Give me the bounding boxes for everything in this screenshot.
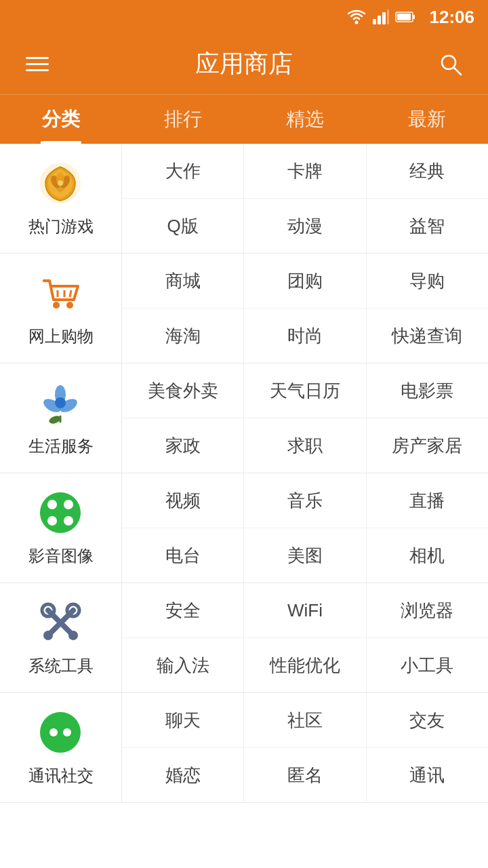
- category-social: 通讯社交 聊天 社区 交友 婚恋 匿名 通讯: [0, 693, 488, 803]
- search-button[interactable]: [434, 52, 468, 77]
- status-icons: 12:06: [347, 7, 475, 28]
- subcategory-row: 大作 卡牌 经典: [122, 144, 488, 199]
- subcategory-xiangji[interactable]: 相机: [367, 528, 488, 583]
- tab-paihang[interactable]: 排行: [122, 95, 244, 144]
- subcategory-kapai[interactable]: 卡牌: [244, 144, 366, 198]
- hamburger-icon: [26, 57, 49, 71]
- subcategory-dazuo[interactable]: 大作: [122, 144, 244, 198]
- subcategory-row: 婚恋 匿名 通讯: [122, 748, 488, 802]
- category-shopping: 网上购物 商城 团购 导购 海淘 时尚 快递查询: [0, 254, 488, 363]
- subcategory-tuangou[interactable]: 团购: [244, 254, 366, 308]
- signal-icon: [373, 9, 389, 24]
- status-bar: 12:06: [0, 0, 488, 34]
- subcategory-shequ[interactable]: 社区: [244, 693, 366, 747]
- svg-point-28: [47, 500, 57, 509]
- subcategory-meishi[interactable]: 美食外卖: [122, 363, 244, 418]
- svg-point-36: [43, 631, 53, 640]
- subcategory-tianqi[interactable]: 天气日历: [244, 363, 366, 418]
- tab-zuixin[interactable]: 最新: [366, 95, 488, 144]
- svg-point-0: [354, 21, 358, 24]
- shopping-label: 网上购物: [28, 326, 94, 347]
- subcategory-jingdian[interactable]: 经典: [367, 144, 488, 198]
- svg-point-30: [47, 516, 57, 526]
- subcategory-row: 输入法 性能优化 小工具: [122, 638, 488, 692]
- tab-jingxuan[interactable]: 精选: [244, 95, 366, 144]
- subcategory-shishang[interactable]: 时尚: [244, 309, 366, 363]
- category-left-system: 系统工具: [0, 583, 122, 692]
- subcategory-qban[interactable]: Q版: [122, 199, 244, 253]
- search-icon: [439, 52, 463, 77]
- subcategory-shangcheng[interactable]: 商城: [122, 254, 244, 308]
- svg-rect-6: [413, 15, 415, 19]
- svg-rect-7: [397, 14, 411, 20]
- subcategory-row: Q版 动漫 益智: [122, 199, 488, 253]
- social-label: 通讯社交: [28, 765, 94, 787]
- svg-point-39: [49, 728, 58, 736]
- category-media: 影音图像 视频 音乐 直播 电台 美图 相机: [0, 473, 488, 583]
- category-life-service: 生活服务 美食外卖 天气日历 电影票 家政 求职 房产家居: [0, 363, 488, 473]
- social-icon: [37, 709, 85, 757]
- subcategory-jiazheng[interactable]: 家政: [122, 418, 244, 473]
- svg-point-8: [442, 56, 455, 69]
- subcategory-dianying[interactable]: 电影票: [367, 363, 488, 418]
- subcategory-yizhi[interactable]: 益智: [367, 199, 488, 253]
- subcategory-liulanqi[interactable]: 浏览器: [367, 583, 488, 637]
- subcategory-xingneng[interactable]: 性能优化: [244, 638, 366, 692]
- svg-line-20: [70, 290, 71, 297]
- subcategory-tongxun[interactable]: 通讯: [367, 748, 488, 802]
- media-label: 影音图像: [28, 545, 94, 567]
- menu-button[interactable]: [20, 57, 54, 71]
- life-service-icon: [37, 380, 85, 427]
- time-display: 12:06: [430, 7, 475, 28]
- tab-bar: 分类 排行 精选 最新: [0, 95, 488, 144]
- subcategory-haitao[interactable]: 海淘: [122, 309, 244, 363]
- subcategory-qiuzhi[interactable]: 求职: [244, 418, 366, 473]
- svg-point-14: [58, 180, 63, 186]
- subcategory-jiaoyou[interactable]: 交友: [367, 693, 488, 747]
- svg-point-38: [40, 712, 81, 753]
- subcategory-row: 安全 WiFi 浏览器: [122, 583, 488, 638]
- social-subcategories: 聊天 社区 交友 婚恋 匿名 通讯: [122, 693, 488, 802]
- media-icon: [37, 490, 85, 537]
- subcategory-yinyue[interactable]: 音乐: [244, 473, 366, 528]
- subcategory-row: 视频 音乐 直播: [122, 473, 488, 528]
- category-left-life: 生活服务: [0, 363, 122, 473]
- category-left-shopping: 网上购物: [0, 254, 122, 363]
- hot-games-label: 热门游戏: [28, 216, 94, 237]
- subcategory-liaotian[interactable]: 聊天: [122, 693, 244, 747]
- shopping-icon: [37, 270, 85, 317]
- svg-point-16: [53, 302, 60, 309]
- subcategory-shipin[interactable]: 视频: [122, 473, 244, 528]
- system-tools-icon: [37, 599, 85, 647]
- wifi-icon: [347, 9, 366, 24]
- hot-games-icon: [37, 160, 85, 208]
- svg-point-40: [63, 728, 71, 736]
- subcategory-meitu[interactable]: 美图: [244, 528, 366, 583]
- main-content: 热门游戏 大作 卡牌 经典 Q版 动漫 益智: [0, 144, 488, 803]
- category-left-media: 影音图像: [0, 473, 122, 583]
- subcategory-shurufа[interactable]: 输入法: [122, 638, 244, 692]
- tab-fenlei[interactable]: 分类: [0, 95, 122, 144]
- subcategory-wifi[interactable]: WiFi: [244, 583, 366, 637]
- svg-point-31: [64, 516, 73, 526]
- subcategory-kuaidi[interactable]: 快递查询: [367, 309, 488, 363]
- hot-games-subcategories: 大作 卡牌 经典 Q版 动漫 益智: [122, 144, 488, 253]
- subcategory-hunlian[interactable]: 婚恋: [122, 748, 244, 802]
- subcategory-daogou[interactable]: 导购: [367, 254, 488, 308]
- subcategory-anquan[interactable]: 安全: [122, 583, 244, 637]
- subcategory-zhibo[interactable]: 直播: [367, 473, 488, 528]
- svg-rect-4: [387, 9, 389, 24]
- subcategory-dongman[interactable]: 动漫: [244, 199, 366, 253]
- svg-point-29: [64, 500, 73, 509]
- subcategory-fangchan[interactable]: 房产家居: [367, 418, 488, 473]
- category-left-hot-games: 热门游戏: [0, 144, 122, 253]
- media-subcategories: 视频 音乐 直播 电台 美图 相机: [122, 473, 488, 583]
- category-left-social: 通讯社交: [0, 693, 122, 802]
- subcategory-row: 美食外卖 天气日历 电影票: [122, 363, 488, 418]
- subcategory-xiaogongju[interactable]: 小工具: [367, 638, 488, 692]
- subcategory-niming[interactable]: 匿名: [244, 748, 366, 802]
- svg-point-24: [55, 397, 66, 408]
- system-subcategories: 安全 WiFi 浏览器 输入法 性能优化 小工具: [122, 583, 488, 692]
- category-system-tools: 系统工具 安全 WiFi 浏览器 输入法 性能优化 小工具: [0, 583, 488, 693]
- subcategory-diantai[interactable]: 电台: [122, 528, 244, 583]
